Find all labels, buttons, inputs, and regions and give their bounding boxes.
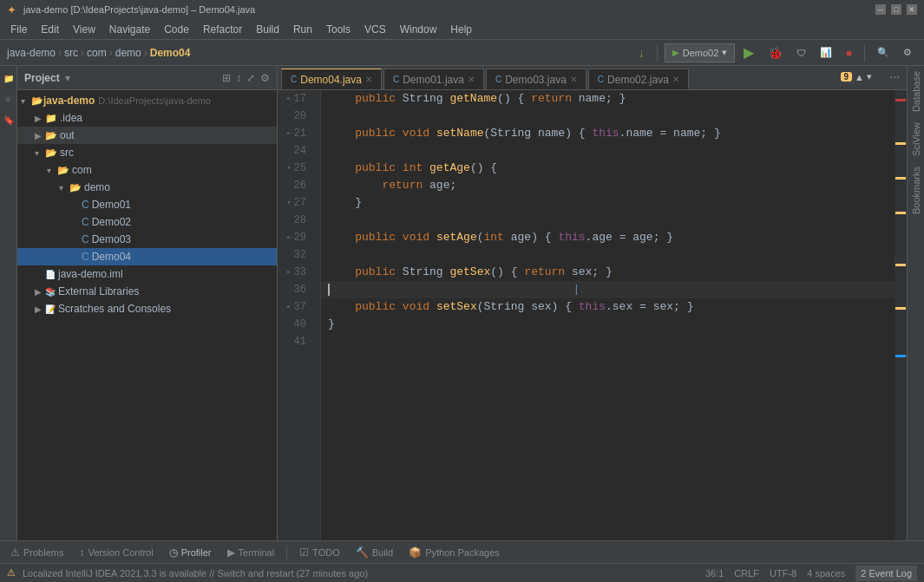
menu-build[interactable]: Build bbox=[249, 22, 286, 37]
tree-demo04[interactable]: ▶ C Demo04 bbox=[17, 248, 277, 265]
panel-settings-icon[interactable]: ⚙ bbox=[260, 72, 270, 84]
tree-demo02[interactable]: ▶ C Demo02 bbox=[17, 213, 277, 231]
run-button[interactable]: ▶ bbox=[738, 43, 759, 62]
breadcrumb-com[interactable]: com bbox=[87, 47, 107, 59]
tab-demo02[interactable]: C Demo02.java ✕ bbox=[588, 69, 689, 89]
tab-more-button[interactable]: ⋯ bbox=[889, 71, 900, 83]
status-position[interactable]: 36:1 bbox=[705, 568, 724, 579]
tree-out[interactable]: ▶ 📂 out bbox=[17, 127, 277, 144]
menu-view[interactable]: View bbox=[66, 22, 102, 37]
breadcrumb-src[interactable]: src bbox=[64, 47, 78, 59]
app-logo: ✦ bbox=[7, 3, 16, 16]
tree-com[interactable]: ▾ 📂 com bbox=[17, 161, 277, 179]
cparen-29: ) bbox=[531, 229, 538, 246]
fold-29[interactable]: ▸ bbox=[286, 229, 291, 246]
menu-tools[interactable]: Tools bbox=[319, 22, 357, 37]
panel-scroll-icon[interactable]: ↕ bbox=[236, 72, 241, 84]
warning-up[interactable]: ▲ bbox=[855, 72, 864, 82]
tree-src[interactable]: ▾ 📂 src bbox=[17, 144, 277, 161]
panel-scope-icon[interactable]: ⊞ bbox=[222, 72, 231, 84]
debug-button[interactable]: 🐞 bbox=[763, 43, 788, 62]
breadcrumb-project[interactable]: java-demo bbox=[7, 47, 56, 59]
sidebar-bookmarks-icon[interactable]: 🔖 bbox=[0, 111, 17, 128]
tree-scratches[interactable]: ▶ 📝 Scratches and Consoles bbox=[17, 300, 277, 317]
tab-profiler[interactable]: ◷ Profiler bbox=[162, 543, 219, 562]
sciview-panel-label[interactable]: SciView bbox=[909, 117, 923, 161]
tab-terminal[interactable]: ▶ Terminal bbox=[220, 543, 282, 562]
menu-help[interactable]: Help bbox=[443, 22, 479, 37]
status-warning-icon: ⚠ bbox=[7, 567, 16, 579]
tab-demo02-close[interactable]: ✕ bbox=[672, 75, 679, 84]
menu-window[interactable]: Window bbox=[393, 22, 444, 37]
fold-17[interactable]: ▸ bbox=[286, 90, 291, 108]
tree-iml[interactable]: ▶ 📄 java-demo.iml bbox=[17, 265, 277, 283]
tree-demo01[interactable]: ▶ C Demo01 bbox=[17, 196, 277, 213]
run-with-coverage[interactable]: 🛡 bbox=[791, 43, 811, 62]
gutter-26: 26 bbox=[278, 177, 313, 194]
run-config-dropdown[interactable]: ▶ Demo02 ▾ bbox=[665, 43, 736, 62]
tree-ext-libs[interactable]: ▶ 📚 External Libraries bbox=[17, 283, 277, 300]
kw-return-26: return bbox=[382, 177, 423, 194]
status-line-ending[interactable]: CRLF bbox=[734, 568, 759, 579]
panel-dropdown-icon[interactable]: ▾ bbox=[65, 72, 70, 84]
tab-problems[interactable]: ⚠ Problems bbox=[3, 543, 70, 562]
tab-python-packages[interactable]: 📦 Python Packages bbox=[402, 543, 507, 562]
code-editor[interactable]: ▸ 17 20 ▸ 21 24 ▾ 25 26 ▾ 27 28 bbox=[278, 90, 907, 540]
var-sex-33: sex; bbox=[572, 264, 599, 281]
settings-button[interactable]: ⚙ bbox=[898, 43, 917, 62]
tab-todo[interactable]: ☑ TODO bbox=[292, 543, 347, 562]
tab-terminal-label: Terminal bbox=[239, 547, 275, 558]
status-indent[interactable]: 4 spaces bbox=[807, 568, 845, 579]
maximize-button[interactable]: □ bbox=[891, 4, 901, 15]
minimize-button[interactable]: ─ bbox=[875, 4, 886, 15]
status-encoding[interactable]: UTF-8 bbox=[770, 568, 796, 579]
breadcrumb-demo04[interactable]: Demo04 bbox=[150, 47, 191, 59]
fold-37[interactable]: ▸ bbox=[286, 298, 291, 316]
fold-33[interactable]: ▸ bbox=[286, 264, 291, 281]
close-button[interactable]: ✕ bbox=[907, 4, 917, 15]
database-panel-label[interactable]: Database bbox=[909, 66, 923, 117]
tab-demo04[interactable]: C Demo04.java ✕ bbox=[281, 69, 382, 89]
panel-expand-icon[interactable]: ⤢ bbox=[246, 72, 255, 84]
demo03-java-icon: C bbox=[82, 233, 89, 245]
tab-demo03-close[interactable]: ✕ bbox=[570, 75, 577, 84]
fold-25[interactable]: ▾ bbox=[286, 160, 291, 177]
menu-run[interactable]: Run bbox=[286, 22, 319, 37]
tab-build[interactable]: 🔨 Build bbox=[349, 543, 400, 562]
tree-demo03[interactable]: ▶ C Demo03 bbox=[17, 231, 277, 248]
stop-button[interactable]: ■ bbox=[841, 43, 857, 62]
tab-demo01[interactable]: C Demo01.java ✕ bbox=[383, 69, 484, 89]
menu-vcs[interactable]: VCS bbox=[357, 22, 393, 37]
menu-navigate[interactable]: Navigate bbox=[102, 22, 157, 37]
menu-edit[interactable]: Edit bbox=[34, 22, 66, 37]
bookmarks-panel-label[interactable]: Bookmarks bbox=[909, 161, 923, 219]
menu-refactor[interactable]: Refactor bbox=[196, 22, 249, 37]
right-scroll-gutter[interactable] bbox=[895, 90, 907, 540]
tree-idea[interactable]: ▶ 📁 .idea bbox=[17, 109, 277, 127]
search-button[interactable]: 🔍 bbox=[872, 43, 895, 62]
code-line-36: | bbox=[321, 281, 895, 298]
code-line-37: public void setSex(String sex) { this.se… bbox=[321, 298, 895, 316]
val-21: name; bbox=[673, 125, 707, 142]
cbrace-40: } bbox=[328, 316, 335, 333]
breadcrumb-demo[interactable]: demo bbox=[115, 47, 141, 59]
code-content[interactable]: public String getName() { return name; }… bbox=[321, 90, 895, 540]
fold-27[interactable]: ▾ bbox=[286, 194, 291, 212]
profile-button[interactable]: 📊 bbox=[815, 43, 837, 62]
eq-29: = bbox=[619, 229, 626, 246]
menu-code[interactable]: Code bbox=[157, 22, 196, 37]
tab-version-control[interactable]: ↕ Version Control bbox=[72, 543, 160, 562]
sidebar-project-icon[interactable]: 📁 bbox=[0, 69, 17, 87]
tab-demo01-close[interactable]: ✕ bbox=[468, 75, 475, 84]
event-log-button[interactable]: 2 Event Log bbox=[855, 566, 917, 581]
sidebar-structure-icon[interactable]: ≡ bbox=[0, 90, 17, 108]
fold-21[interactable]: ▸ bbox=[286, 125, 291, 142]
tab-demo04-close[interactable]: ✕ bbox=[365, 75, 372, 84]
warning-down[interactable]: ▾ bbox=[867, 71, 872, 82]
cparen-37: ) bbox=[552, 298, 559, 316]
menu-file[interactable]: File bbox=[3, 22, 34, 37]
tree-root[interactable]: ▾ 📂 java-demo D:\IdeaProjects\java-demo bbox=[17, 92, 277, 109]
tree-demo[interactable]: ▾ 📂 demo bbox=[17, 179, 277, 196]
vcs-update-button[interactable]: ↓ bbox=[633, 43, 650, 62]
tab-demo03[interactable]: C Demo03.java ✕ bbox=[486, 69, 587, 89]
